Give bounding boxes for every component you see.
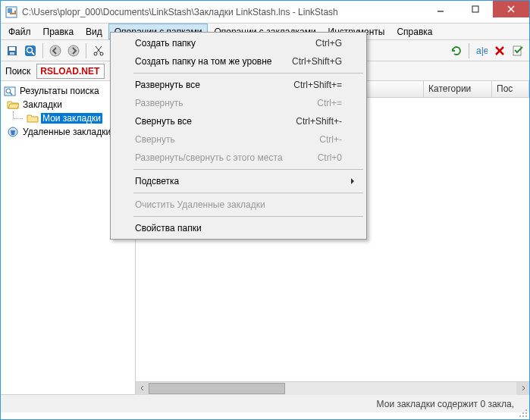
scroll-right-icon[interactable] xyxy=(516,382,529,395)
titlebar: C:\Users\plopr_000\Documents\LinkStash\З… xyxy=(1,1,529,24)
svg-rect-3 xyxy=(472,6,478,12)
resize-grip-icon[interactable] xyxy=(519,409,528,418)
svg-point-28 xyxy=(525,412,527,414)
svg-point-26 xyxy=(525,409,527,411)
search-icon[interactable] xyxy=(22,42,39,59)
menu-help[interactable]: Справка xyxy=(390,24,438,39)
menu-expand: РазвернутьCtrl+= xyxy=(112,94,365,112)
svg-rect-8 xyxy=(10,52,14,55)
toolbar-separator xyxy=(86,43,86,58)
menu-collapse-all[interactable]: Свернуть всеCtrl+Shift+- xyxy=(112,112,365,130)
scroll-thumb[interactable] xyxy=(149,383,285,394)
toolbar-separator xyxy=(42,43,43,58)
menu-separator xyxy=(133,193,363,193)
menu-separator xyxy=(133,169,363,170)
menu-toggle-from-here: Развернуть/свернуть с этого местаCtrl+0 xyxy=(112,149,365,167)
maximize-button[interactable] xyxy=(458,1,493,17)
svg-point-13 xyxy=(68,45,79,56)
trash-icon xyxy=(7,126,19,138)
column-last[interactable]: Пос xyxy=(492,81,529,97)
menu-create-folder-same-level[interactable]: Создать папку на том же уровнеCtrl+Shift… xyxy=(112,52,365,71)
window-controls xyxy=(423,1,529,23)
menu-collapse: СвернутьCtrl+- xyxy=(112,130,365,149)
tree-label: Мои закладки xyxy=(41,113,102,124)
forward-icon[interactable] xyxy=(65,42,82,59)
column-category[interactable]: Категории xyxy=(424,81,492,97)
close-button[interactable] xyxy=(493,1,529,17)
menu-expand-all[interactable]: Развернуть всеCtrl+Shift+= xyxy=(112,76,365,94)
menu-view[interactable]: Вид xyxy=(80,24,108,39)
menu-create-folder[interactable]: Создать папкуCtrl+G xyxy=(112,34,365,52)
menu-highlight[interactable]: Подсветка xyxy=(112,172,365,190)
back-icon[interactable] xyxy=(47,42,64,59)
cut-icon[interactable] xyxy=(90,42,107,59)
save-icon[interactable] xyxy=(4,42,20,59)
refresh-icon[interactable] xyxy=(448,42,465,59)
tree-label: Закладки xyxy=(21,99,64,110)
svg-point-31 xyxy=(525,415,527,417)
svg-rect-21 xyxy=(513,46,521,55)
toolbar-separator xyxy=(469,43,469,58)
svg-point-29 xyxy=(519,415,521,417)
menu-folder-properties[interactable]: Свойства папки xyxy=(112,219,365,237)
scroll-left-icon[interactable] xyxy=(136,382,149,395)
svg-rect-7 xyxy=(9,47,15,51)
status-text: Мои закладки содержит 0 закла, xyxy=(377,399,514,409)
folder-open-icon xyxy=(7,99,19,111)
menu-edit[interactable]: Правка xyxy=(37,24,80,39)
search-input[interactable] xyxy=(36,64,105,79)
folder-ops-dropdown: Создать папкуCtrl+G Создать папку на том… xyxy=(110,32,367,240)
search-results-icon xyxy=(4,85,16,97)
tree-label: Удаленные закладки xyxy=(21,127,112,137)
svg-line-17 xyxy=(96,46,102,53)
svg-point-27 xyxy=(522,412,524,414)
svg-text:a|e: a|e xyxy=(476,45,488,56)
minimize-button[interactable] xyxy=(423,1,458,17)
tree-label: Результаты поиска xyxy=(18,86,101,96)
delete-icon[interactable] xyxy=(491,42,508,59)
menu-clear-deleted: Очистить Удаленные закладки xyxy=(112,196,365,214)
folder-icon xyxy=(27,112,39,124)
search-label: Поиск xyxy=(4,66,32,77)
rename-icon[interactable]: a|e xyxy=(473,42,490,59)
menu-separator xyxy=(133,216,363,217)
check-icon[interactable] xyxy=(510,42,526,59)
svg-rect-1 xyxy=(8,8,12,13)
statusbar: Мои закладки содержит 0 закла, xyxy=(1,394,529,412)
window-title: C:\Users\plopr_000\Documents\LinkStash\З… xyxy=(22,7,423,17)
menu-separator xyxy=(133,73,363,74)
menu-file[interactable]: Файл xyxy=(2,24,37,39)
horizontal-scrollbar[interactable] xyxy=(136,381,529,394)
svg-point-30 xyxy=(522,415,524,417)
app-icon xyxy=(5,6,17,18)
svg-point-12 xyxy=(50,45,61,56)
scroll-track[interactable] xyxy=(149,382,516,395)
svg-line-16 xyxy=(96,46,101,53)
